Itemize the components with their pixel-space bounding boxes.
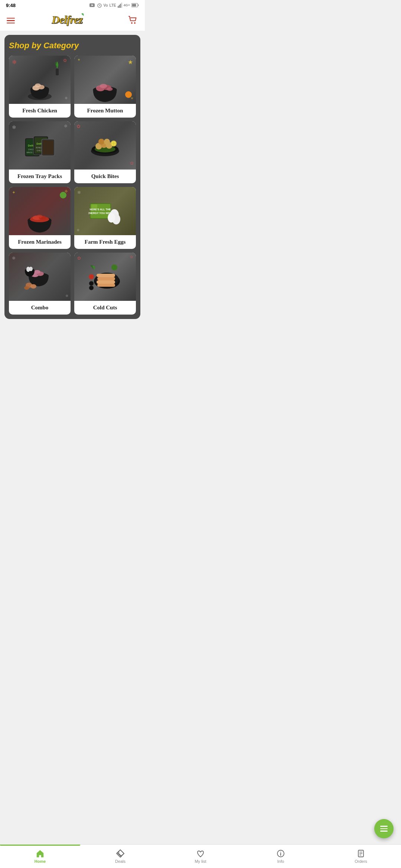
svg-point-25: [100, 84, 107, 88]
combo-visual: [23, 261, 56, 293]
svg-point-71: [29, 267, 33, 271]
category-grid: ❄ ✿ ❄: [9, 56, 136, 315]
category-card-cold-cuts[interactable]: ✿ ✿: [74, 253, 136, 315]
svg-line-4: [100, 6, 100, 6]
battery-icon: [131, 3, 139, 7]
svg-rect-10: [132, 4, 136, 7]
plant-decoration: [52, 57, 63, 76]
category-image-combo: ❄ ❄: [9, 253, 71, 301]
lime-decoration: [59, 191, 67, 199]
svg-rect-77: [97, 274, 115, 277]
network-icon: Vo: [104, 3, 108, 7]
category-label-combo: Combo: [9, 301, 71, 315]
svg-point-26: [107, 87, 113, 91]
svg-rect-11: [138, 4, 139, 6]
svg-point-13: [131, 22, 133, 24]
category-image-quick-bites: ✿ ✿: [74, 121, 136, 170]
svg-point-81: [89, 274, 94, 279]
category-image-cold-cuts: ✿ ✿: [74, 253, 136, 301]
header: Delfrez: [0, 10, 145, 31]
category-card-frozen-marinades[interactable]: ✦ ✤: [9, 187, 71, 249]
svg-point-21: [125, 91, 132, 98]
bowl-mutton: [89, 78, 121, 104]
category-label-farm-fresh-eggs: Farm Fresh Eggs: [74, 235, 136, 249]
svg-point-51: [60, 192, 66, 198]
signal-icon: [118, 3, 122, 8]
category-image-farm-fresh-eggs: ❄ ❄ HERE'S ALL THE ENERGY YOU NEED: [74, 187, 136, 235]
svg-text:Delfrez: Delfrez: [51, 13, 83, 26]
delfrez-logo-svg: Delfrez: [51, 11, 92, 27]
hamburger-menu-button[interactable]: [7, 18, 15, 24]
svg-point-82: [89, 281, 94, 286]
category-image-frozen-mutton: ★ ✦ ★: [74, 56, 136, 104]
category-label-frozen-marinades: Frozen Marinades: [9, 235, 71, 249]
eggs-visual: HERE'S ALL THE ENERGY YOU NEED: [88, 196, 122, 226]
category-image-frozen-marinades: ✦ ✤: [9, 187, 71, 235]
section-title: Shop by Category: [9, 41, 136, 50]
bowl-chicken: [25, 76, 55, 102]
status-icons: Vo LTE 4G+: [89, 3, 139, 8]
category-label-frozen-mutton: Frozen Mutton: [74, 104, 136, 118]
category-image-frozen-tray-packs: ❄ ❄ Delfrez CHICKEN MINCE MEAT Delfrez B…: [9, 121, 71, 170]
cart-icon: [128, 15, 138, 25]
app-logo: Delfrez: [51, 11, 92, 30]
svg-point-64: [108, 213, 115, 223]
svg-point-68: [34, 270, 40, 274]
alarm-icon: [97, 3, 102, 8]
status-time: 9:48: [6, 3, 16, 8]
4g-icon: 4G+: [124, 3, 130, 7]
svg-point-83: [89, 286, 94, 290]
svg-point-46: [104, 139, 110, 145]
youtube-icon: [89, 3, 95, 7]
category-card-farm-fresh-eggs[interactable]: ❄ ❄ HERE'S ALL THE ENERGY YOU NEED: [74, 187, 136, 249]
category-card-combo[interactable]: ❄ ❄: [9, 253, 71, 315]
svg-rect-38: [43, 140, 53, 155]
svg-point-20: [35, 83, 41, 87]
category-label-quick-bites: Quick Bites: [74, 170, 136, 183]
category-image-fresh-chicken: ❄ ✿ ❄: [9, 56, 71, 104]
svg-rect-61: [91, 204, 97, 208]
svg-rect-79: [97, 280, 115, 284]
svg-rect-7: [120, 4, 121, 8]
category-card-fresh-chicken[interactable]: ❄ ✿ ❄: [9, 56, 71, 118]
svg-point-84: [111, 264, 117, 270]
cart-button[interactable]: [128, 15, 138, 27]
coldcuts-visual: [88, 262, 122, 292]
category-label-cold-cuts: Cold Cuts: [74, 301, 136, 315]
main-content: Shop by Category ❄ ✿ ❄: [0, 31, 145, 349]
status-bar: 9:48 Vo LTE 4G+: [0, 0, 145, 10]
category-card-frozen-tray-packs[interactable]: ❄ ❄ Delfrez CHICKEN MINCE MEAT Delfrez B…: [9, 121, 71, 183]
svg-rect-8: [121, 3, 122, 8]
marinades-bowl: [24, 207, 56, 235]
svg-rect-15: [56, 69, 59, 75]
lte-icon: LTE: [110, 3, 116, 7]
svg-text:HERE'S ALL THE: HERE'S ALL THE: [90, 208, 111, 211]
svg-rect-80: [97, 284, 115, 287]
svg-point-74: [24, 286, 29, 290]
svg-point-73: [30, 284, 36, 289]
svg-point-14: [134, 22, 136, 24]
svg-point-56: [37, 215, 43, 218]
category-label-frozen-tray-packs: Frozen Tray Packs: [9, 170, 71, 183]
category-section: Shop by Category ❄ ✿ ❄: [4, 35, 140, 319]
category-label-fresh-chicken: Fresh Chicken: [9, 104, 71, 118]
category-card-quick-bites[interactable]: ✿ ✿: [74, 121, 136, 183]
svg-rect-5: [118, 6, 119, 8]
tray-packs-visual: Delfrez CHICKEN MINCE MEAT Delfrez BONEL…: [23, 129, 56, 162]
svg-rect-78: [97, 277, 115, 280]
svg-rect-6: [119, 5, 120, 8]
category-card-frozen-mutton[interactable]: ★ ✦ ★: [74, 56, 136, 118]
tomato-decoration: [125, 91, 132, 98]
svg-point-45: [98, 139, 104, 145]
quick-bites-visual: [88, 131, 122, 160]
